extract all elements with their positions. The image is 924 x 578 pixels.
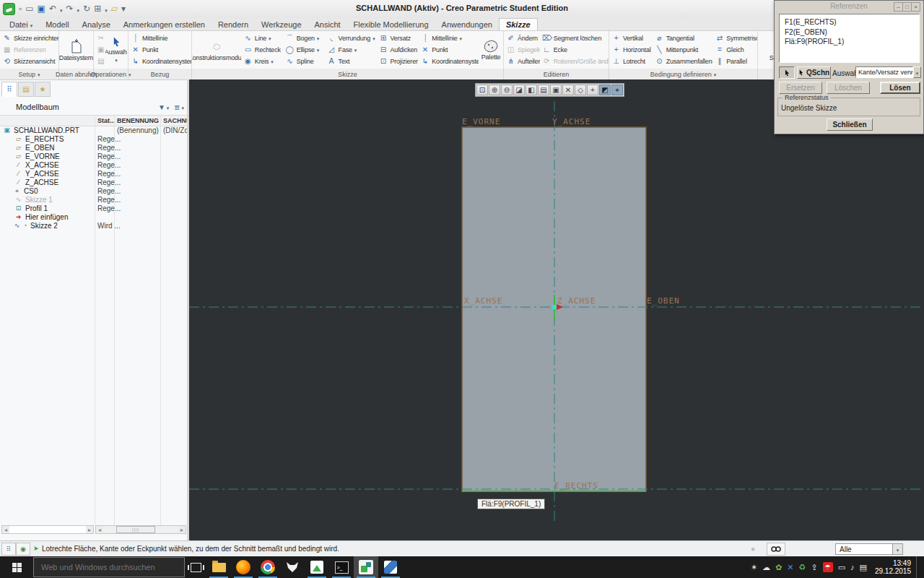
filter-dropdown-arrow[interactable] [892, 544, 902, 554]
zoom-in-button[interactable]: ⊕ [489, 85, 500, 95]
customize-qat-icon[interactable]: ▾ [121, 3, 126, 14]
datum-points-display-button[interactable]: + [587, 85, 598, 95]
tangential-button[interactable]: ⌀Tangential [654, 33, 712, 44]
scrollbar-thumb[interactable]: |||| [116, 526, 155, 533]
capture-button[interactable]: ▣ [550, 85, 562, 95]
taskbar-item-chrome[interactable] [256, 556, 280, 578]
schliessen-button[interactable]: Schließen [827, 118, 873, 131]
tree-row[interactable]: ∕Z_ACHSERege... [0, 178, 187, 186]
sketch-canvas[interactable]: ⊡ ⊕ ⊖ ◪ ◧ ▤ ▣ ✕ ◇ + ◩ ⌖ E_VORNE Y_ACHSE … [189, 79, 924, 540]
tab-datei[interactable]: Datei [3, 19, 39, 30]
skizze-koordinatensystem-button[interactable]: ↳Koordinatensystem [419, 56, 477, 67]
toggle-browser-button[interactable]: ◉ [16, 543, 30, 556]
display-style-button[interactable]: ◧ [526, 85, 537, 95]
spline-button[interactable]: ∿Spline [284, 56, 323, 67]
aufdicken-button[interactable]: ⊟Aufdicken [378, 45, 417, 56]
tree-filter-button[interactable]: ▼ ≣ [155, 103, 187, 111]
search-tool-button[interactable] [767, 543, 785, 556]
tray-volume-icon[interactable]: ♪ [850, 562, 855, 572]
line-button[interactable]: ∿Line [243, 33, 282, 44]
loesen-button[interactable]: Lösen [880, 82, 920, 94]
zusammenfallend-button[interactable]: ⊙Zusammenfallend [654, 56, 712, 67]
redo-dropdown-arrow-icon[interactable] [77, 2, 80, 15]
datum-tags-display-button[interactable]: ◇ [575, 85, 586, 95]
undo-icon[interactable]: ↶ [49, 3, 56, 14]
ecke-button[interactable]: ∟Ecke [541, 45, 607, 56]
regenerate-icon[interactable]: ↻ [83, 3, 90, 14]
windows-dropdown-arrow-icon[interactable] [105, 2, 108, 15]
column-header-benennung[interactable]: BENENNUNG [117, 117, 159, 124]
datum-label-z-achse[interactable]: Z_ACHSE [557, 296, 596, 306]
skizzenansicht-button[interactable]: ⟲Skizzenansicht [1, 56, 57, 67]
konstruktionsmodus-button[interactable]: ◌ Konstruktionsmodus [192, 31, 241, 69]
redo-icon[interactable]: ↷ [66, 3, 74, 14]
dialog-close-icon[interactable]: × [911, 2, 920, 12]
text-button[interactable]: AText [326, 56, 375, 67]
sketch-display-button[interactable]: ◩ [599, 85, 611, 95]
start-button[interactable] [0, 556, 33, 578]
sketch-orientation-button[interactable]: ⌖ [611, 85, 623, 95]
datum-label-e-oben[interactable]: E_OBEN [647, 296, 680, 306]
open-file-icon[interactable]: ▭ [25, 3, 33, 14]
bezug-mittellinie-button[interactable]: ┊Mittellinie [130, 33, 190, 44]
fase-button[interactable]: ◿Fase [326, 45, 375, 56]
datum-label-y-achse[interactable]: Y_ACHSE [552, 117, 590, 126]
selection-mode-dropdown[interactable]: Kante/Versatz verw [855, 66, 913, 78]
tray-update-icon[interactable]: ♻ [799, 562, 806, 572]
tree-row[interactable]: ∕Y_ACHSERege... [0, 169, 187, 178]
tree-row-root[interactable]: ▣ SCHALLWAND.PRT (Benennung) (DIN/Zchn [0, 126, 187, 134]
tray-avira-icon[interactable]: ☂ [823, 562, 833, 572]
versatz-button[interactable]: ⊞Versatz [378, 33, 417, 44]
bezug-punkt-button[interactable]: ✕Punkt [130, 45, 190, 56]
taskbar-item-editor[interactable] [305, 556, 329, 578]
tab-modell[interactable]: Modell [39, 19, 75, 30]
origin-point-marker[interactable] [552, 305, 557, 309]
references-list[interactable]: F1(E_RECHTS) F2(E_OBEN) Flä:F9(PROFIL_1) [779, 14, 920, 63]
segment-loeschen-button[interactable]: ⌦Segment löschen [541, 33, 607, 44]
tree-row[interactable]: ∕X_ACHSERege... [0, 160, 187, 169]
parallel-button[interactable]: ∥Parallel [714, 56, 756, 67]
taskbar-item-explorer[interactable] [206, 556, 231, 578]
tray-sync-icon[interactable]: ✕ [787, 562, 793, 572]
tab-folder-browser[interactable]: ▤ [18, 82, 34, 97]
taskbar-item-bluedoc[interactable] [378, 556, 403, 578]
taskbar-item-creo-active[interactable] [354, 556, 378, 578]
column-header-status[interactable]: Stat... [97, 117, 116, 124]
tray-leaf-icon[interactable]: ✿ [775, 562, 782, 572]
reference-item[interactable]: F2(E_OBEN) [785, 27, 919, 38]
taskbar-item-firefox[interactable] [231, 556, 256, 578]
reference-item[interactable]: Flä:F9(PROFIL_1) [785, 37, 919, 47]
mittenpunkt-button[interactable]: ╲Mittenpunkt [654, 45, 712, 56]
datum-label-e-rechts[interactable]: E_RECHTS [554, 481, 598, 491]
taskbar-item-terminal[interactable]: >_ [329, 556, 354, 578]
lotrecht-button[interactable]: ⊥Lotrecht [611, 56, 651, 67]
skizze-einrichten-button[interactable]: ✎Skizze einrichten [1, 33, 57, 44]
bezug-koordinatensystem-button[interactable]: ↳Koordinatensystem [130, 56, 190, 67]
tray-action-center-icon[interactable]: ▤ [860, 562, 867, 572]
tree-row[interactable]: ∿▪Skizze 2Wird ... [0, 221, 187, 230]
columns-horizontal-scrollbar[interactable]: ◂ |||| ▸ [95, 525, 186, 534]
new-file-icon[interactable]: ▫ [19, 3, 22, 14]
tab-werkzeuge[interactable]: Werkzeuge [255, 19, 308, 30]
datum-axes-display-button[interactable]: ✕ [562, 85, 574, 95]
skizze-punkt-button[interactable]: ✕Punkt [419, 45, 477, 56]
skizze-mittellinie-button[interactable]: ┊Mittellinie [419, 33, 477, 44]
selection-filter-dropdown[interactable]: Alle [835, 543, 903, 555]
tray-network-icon[interactable]: ▭ [838, 562, 845, 572]
windows-icon[interactable]: ⊞ [94, 3, 101, 14]
show-desktop-button[interactable] [916, 556, 920, 578]
tree-row-insert-here[interactable]: ➜Hier einfügen [0, 212, 187, 221]
tab-favorites[interactable]: ★ [35, 82, 51, 97]
rechteck-button[interactable]: ▭Rechteck [243, 45, 282, 56]
tab-anmerkungen-erstellen[interactable]: Anmerkungen erstellen [117, 19, 212, 30]
tray-usb-icon[interactable]: ⇪ [811, 562, 817, 572]
tab-model-tree[interactable]: ⠿ [1, 82, 17, 97]
scroll-left-arrow-icon[interactable]: ◂ [2, 526, 9, 533]
qschn-button[interactable]: QSchn [797, 66, 831, 79]
ellipse-button[interactable]: ◯Ellipse [284, 45, 323, 56]
tab-flexible-modellierung[interactable]: Flexible Modellierung [347, 19, 435, 30]
taskbar-search-input[interactable] [33, 557, 185, 577]
zoom-out-button[interactable]: ⊖ [501, 85, 513, 95]
tab-analyse[interactable]: Analyse [76, 19, 117, 30]
save-icon[interactable]: ▣ [38, 3, 45, 14]
